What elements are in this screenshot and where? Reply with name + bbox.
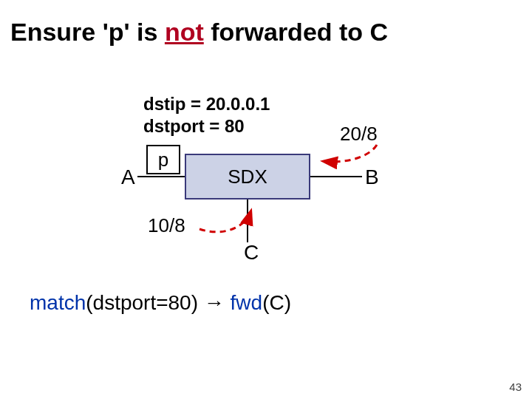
packet-header-info: dstip = 20.0.0.1 dstport = 80 bbox=[143, 93, 270, 137]
edge-sdx-b bbox=[310, 176, 362, 177]
edge-a-sdx bbox=[137, 176, 185, 177]
node-c-label: C bbox=[244, 241, 259, 265]
node-a-label: A bbox=[121, 166, 135, 189]
rule-match-kw: match bbox=[30, 291, 86, 314]
rule-arrow: → bbox=[204, 291, 225, 314]
forwarding-rule: match(dstport=80) → fwd(C) bbox=[30, 291, 291, 315]
arrow-b-to-sdx bbox=[322, 145, 377, 162]
prefix-label-b: 20/8 bbox=[340, 123, 378, 146]
rule-fwd-args: (C) bbox=[262, 291, 291, 314]
packet-box: p bbox=[146, 145, 180, 174]
packet-label: p bbox=[158, 149, 168, 171]
rule-match-args: (dstport=80) bbox=[86, 291, 204, 314]
node-b-label: B bbox=[365, 166, 379, 189]
sdx-label: SDX bbox=[228, 166, 267, 188]
title-not: not bbox=[165, 18, 204, 46]
rule-fwd-kw: fwd bbox=[231, 291, 263, 314]
rule-space bbox=[225, 291, 231, 314]
arrow-c-to-sdx bbox=[200, 210, 251, 232]
title-pre: Ensure 'p' is bbox=[10, 18, 165, 46]
edge-sdx-c bbox=[247, 200, 248, 242]
packet-dstip: dstip = 20.0.0.1 bbox=[143, 93, 270, 115]
slide-number: 43 bbox=[509, 381, 522, 393]
title-post: forwarded to C bbox=[204, 18, 388, 46]
slide-title: Ensure 'p' is not forwarded to C bbox=[10, 18, 388, 47]
prefix-label-c: 10/8 bbox=[148, 214, 185, 237]
packet-dstport: dstport = 80 bbox=[143, 115, 270, 137]
sdx-node: SDX bbox=[185, 154, 310, 200]
forwarding-arrows bbox=[0, 0, 532, 399]
